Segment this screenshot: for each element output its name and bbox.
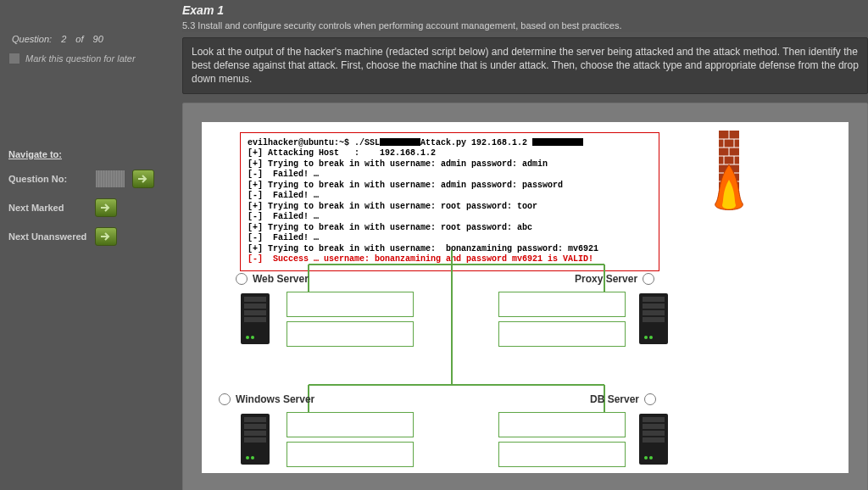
svg-rect-34 <box>244 317 266 322</box>
question-canvas: evilhacker@ubuntu:~$ ./SSLAttack.py 192.… <box>202 122 849 473</box>
svg-rect-45 <box>244 417 266 422</box>
db-server-radio[interactable] <box>644 393 656 405</box>
question-instructions: Look at the output of the hacker's machi… <box>182 37 868 94</box>
current-question-number: 2 <box>61 34 66 44</box>
go-to-question-button[interactable] <box>132 170 154 188</box>
label: Next Marked <box>8 203 88 213</box>
windows-server-option[interactable]: Windows Server <box>219 393 314 405</box>
db-server-option[interactable]: DB Server <box>590 393 656 405</box>
svg-rect-46 <box>244 424 266 429</box>
proxy-server-radio[interactable] <box>643 273 654 285</box>
navigate-heading: Navigate to: <box>8 149 174 159</box>
next-unanswered-nav: Next Unanswered <box>8 227 174 246</box>
arrow-right-icon <box>137 174 149 184</box>
svg-rect-55 <box>643 437 665 443</box>
label: Question: <box>12 34 52 44</box>
svg-rect-32 <box>244 303 266 309</box>
windows-server-attack-dropdown[interactable] <box>287 412 414 437</box>
svg-rect-33 <box>244 310 266 315</box>
exam-header: Exam 1 5.3 Install and configure securit… <box>182 0 868 32</box>
web-server-option[interactable]: Web Server <box>236 273 309 285</box>
svg-rect-52 <box>643 417 665 422</box>
web-server-defense-dropdown[interactable] <box>287 321 414 347</box>
question-position: Question: 2 of 90 <box>8 34 174 44</box>
label: Proxy Server <box>575 273 637 285</box>
label: Windows Server <box>236 393 314 405</box>
label: Next Unanswered <box>8 231 88 242</box>
server-icon <box>236 412 275 467</box>
web-server-attack-dropdown[interactable] <box>287 292 414 317</box>
proxy-server-option[interactable]: Proxy Server <box>575 273 654 285</box>
svg-point-56 <box>644 456 648 459</box>
question-number-nav: Question No: <box>8 170 174 188</box>
svg-point-35 <box>246 336 249 339</box>
svg-rect-39 <box>643 303 665 309</box>
question-number-input[interactable] <box>95 170 125 188</box>
proxy-server-defense-dropdown[interactable] <box>498 321 626 347</box>
web-server-radio[interactable] <box>236 273 248 285</box>
svg-rect-47 <box>244 431 266 436</box>
svg-point-49 <box>246 456 249 459</box>
mark-for-later[interactable]: Mark this question for later <box>8 53 174 64</box>
windows-server-radio[interactable] <box>219 393 231 405</box>
exam-title: Exam 1 <box>182 3 868 17</box>
arrow-right-icon <box>100 231 112 242</box>
arrow-right-icon <box>100 203 112 213</box>
server-icon <box>634 412 673 467</box>
windows-server-defense-dropdown[interactable] <box>287 442 414 467</box>
next-marked-nav: Next Marked <box>8 198 174 217</box>
svg-rect-48 <box>244 437 266 443</box>
main-content: Exam 1 5.3 Install and configure securit… <box>182 0 868 490</box>
svg-point-57 <box>649 456 653 459</box>
label: of <box>75 34 83 44</box>
mark-label: Mark this question for later <box>25 53 136 64</box>
question-canvas-shell: evilhacker@ubuntu:~$ ./SSLAttack.py 192.… <box>182 103 868 490</box>
svg-point-42 <box>644 336 648 339</box>
label: DB Server <box>590 393 639 405</box>
checkbox-icon[interactable] <box>8 53 20 64</box>
proxy-server-attack-dropdown[interactable] <box>498 292 626 317</box>
svg-rect-31 <box>244 297 266 302</box>
exam-subtitle: 5.3 Install and configure security contr… <box>182 20 868 31</box>
svg-rect-41 <box>643 317 665 322</box>
total-questions: 90 <box>93 34 103 44</box>
svg-rect-38 <box>643 297 665 302</box>
label: Question No: <box>8 174 88 184</box>
db-server-attack-dropdown[interactable] <box>498 412 626 437</box>
next-unanswered-button[interactable] <box>95 227 117 246</box>
server-icon <box>236 292 275 347</box>
svg-rect-54 <box>643 431 665 436</box>
left-sidebar: Question: 2 of 90 Mark this question for… <box>0 0 182 256</box>
db-server-defense-dropdown[interactable] <box>498 442 626 467</box>
svg-point-43 <box>649 336 653 339</box>
svg-rect-40 <box>643 310 665 315</box>
svg-rect-53 <box>643 424 665 429</box>
svg-point-50 <box>251 456 254 459</box>
server-icon <box>634 292 673 347</box>
label: Web Server <box>253 273 309 285</box>
next-marked-button[interactable] <box>95 198 117 217</box>
svg-point-36 <box>251 336 254 339</box>
